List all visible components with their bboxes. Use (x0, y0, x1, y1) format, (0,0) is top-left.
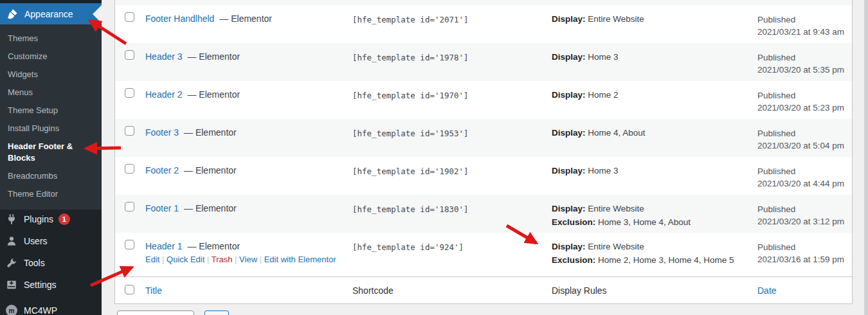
exclusion-value: Home 2, Home 3, Home 4, Home 5 (598, 255, 734, 265)
action-separator: | (235, 255, 237, 264)
sidebar-item-label: MC4WP (24, 305, 57, 315)
display-value: Entire Website (588, 14, 644, 24)
sidebar-item-label: Users (24, 236, 48, 246)
shortcode-cell: [hfe_template id='1830'] (352, 195, 552, 233)
select-all-checkbox[interactable] (125, 285, 134, 294)
display-rules-cell: Display: Entire Website Exclusion: Home … (552, 195, 757, 233)
shortcode-cell: [hfe_template id='1970'] (352, 81, 552, 119)
display-label: Display: (552, 166, 586, 176)
sidebar-item-settings[interactable]: Settings (0, 274, 102, 296)
row-checkbox[interactable] (125, 88, 134, 98)
template-title-link[interactable]: Header 2 (145, 89, 183, 100)
sidebar-item-plugins[interactable]: Plugins 1 (0, 208, 102, 230)
display-rules-cell: Display: Home 2 (552, 81, 757, 119)
sidebar-item-appearance[interactable]: Appearance (0, 3, 102, 24)
shortcode-cell: [hfe_template id='1953'] (352, 119, 552, 157)
date-cell: Published 2021/03/21 at 9:43 am (757, 5, 852, 43)
date-cell: Published 2021/03/20 at 5:04 pm (757, 119, 852, 157)
publish-date: 2021/03/16 at 1:59 pm (757, 253, 852, 266)
display-rules-cell: Display: Entire Website (552, 5, 757, 43)
display-label: Display: (552, 128, 586, 138)
template-title-link[interactable]: Footer 1 (145, 203, 179, 213)
plugins-update-badge: 1 (59, 213, 70, 225)
template-title-link[interactable]: Footer 3 (145, 127, 179, 138)
column-header-date[interactable]: Date (757, 285, 777, 296)
table-footer-header: Title Shortcode Display Rules Date (115, 276, 852, 303)
view-link[interactable]: View (239, 255, 257, 264)
shortcode-cell: [hfe_template id='2071'] (352, 5, 552, 43)
bulk-actions-select[interactable] (117, 310, 194, 315)
display-rules-cell: Display: Home 3 (552, 43, 757, 81)
display-label: Display: (552, 52, 586, 62)
display-value: Entire Website (588, 204, 644, 213)
template-title-link[interactable]: Footer 2 (145, 165, 179, 176)
trash-link[interactable]: Trash (212, 255, 233, 264)
template-title-link[interactable]: Footer Handlheld (145, 14, 214, 24)
sidebar-item-mc4wp[interactable]: m MC4WP (0, 300, 102, 315)
row-checkbox[interactable] (125, 202, 134, 212)
publish-status: Published (757, 14, 852, 26)
column-header-shortcode: Shortcode (352, 285, 552, 296)
row-checkbox[interactable] (125, 240, 134, 249)
current-menu-arrow (93, 5, 102, 23)
user-icon (5, 235, 18, 248)
row-checkbox[interactable] (125, 12, 134, 22)
publish-date: 2021/03/20 at 3:12 pm (757, 215, 852, 228)
template-title-link[interactable]: Header 1 (145, 241, 183, 251)
publish-date: 2021/03/20 at 5:23 pm (757, 102, 852, 114)
display-label: Display: (552, 204, 586, 213)
template-title-link[interactable]: Header 3 (145, 51, 183, 62)
sidebar-item-breadcrumbs[interactable]: Breadcrumbs (0, 167, 102, 185)
edit-link[interactable]: Edit (145, 255, 159, 264)
quick-edit-link[interactable]: Quick Edit (167, 255, 204, 264)
column-header-display-rules: Display Rules (552, 285, 757, 296)
publish-date: 2021/03/21 at 9:43 am (757, 26, 852, 38)
appearance-submenu: Themes Customize Widgets Menus Theme Set… (0, 24, 102, 210)
admin-sidebar: Appearance Themes Customize Widgets Menu… (0, 0, 102, 315)
display-label: Display: (552, 90, 586, 100)
date-cell: Published 2021/03/16 at 1:59 pm (757, 233, 852, 276)
paintbrush-icon (6, 8, 19, 21)
sidebar-item-header-footer-blocks[interactable]: Header Footer & Blocks (0, 138, 102, 167)
sidebar-item-theme-editor[interactable]: Theme Editor (0, 185, 102, 203)
date-cell: Published 2021/03/20 at 4:44 pm (757, 157, 852, 195)
sidebar-item-label: Settings (24, 280, 57, 290)
display-rules-cell: Display: Home 3 (552, 157, 757, 195)
sidebar-item-label: Tools (24, 258, 45, 268)
sidebar-item-tools[interactable]: Tools (0, 252, 102, 274)
action-separator: | (260, 255, 262, 264)
column-header-title[interactable]: Title (145, 285, 162, 296)
post-state: — Elementor (184, 203, 237, 213)
post-state: — Elementor (219, 14, 272, 24)
row-checkbox[interactable] (125, 164, 134, 174)
svg-text:m: m (9, 307, 15, 314)
sidebar-item-customize[interactable]: Customize (0, 48, 102, 66)
sidebar-item-theme-setup[interactable]: Theme Setup (0, 102, 102, 120)
row-checkbox[interactable] (125, 126, 134, 136)
publish-status: Published (757, 203, 852, 215)
table-row: Header 1 — Elementor Edit | Quick Edit |… (115, 233, 852, 276)
sidebar-item-widgets[interactable]: Widgets (0, 66, 102, 84)
date-cell: Published 2021/03/20 at 5:23 pm (757, 81, 852, 119)
edit-with-elementor-link[interactable]: Edit with Elementor (264, 255, 336, 264)
table-row: Footer Handlheld — Elementor [hfe_templa… (115, 5, 852, 43)
mc4wp-logo-icon: m (5, 304, 18, 315)
display-value: Home 3 (588, 166, 618, 176)
sidebar-item-install-plugins[interactable]: Install Plugins (0, 120, 102, 138)
display-value: Entire Website (588, 242, 644, 251)
row-checkbox[interactable] (125, 50, 134, 60)
sidebar-item-themes[interactable]: Themes (0, 30, 102, 48)
vertical-scrollbar[interactable] (864, 0, 868, 315)
sidebar-item-users[interactable]: Users (0, 230, 102, 252)
action-separator: | (162, 255, 164, 264)
row-actions: Edit | Quick Edit | Trash | View | Edit … (145, 255, 352, 264)
table-row: Footer 2 — Elementor [hfe_template id='1… (115, 157, 852, 195)
shortcode-cell: [hfe_template id='924'] (352, 233, 552, 276)
date-cell: Published 2021/03/20 at 5:35 pm (757, 43, 852, 81)
display-value: Home 4, About (588, 128, 645, 138)
sidebar-item-menus[interactable]: Menus (0, 84, 102, 102)
display-rules-cell: Display: Home 4, About (552, 119, 757, 157)
exclusion-label: Exclusion: (552, 217, 595, 227)
table-row: Footer 3 — Elementor [hfe_template id='1… (115, 119, 852, 157)
apply-button[interactable] (204, 310, 229, 315)
